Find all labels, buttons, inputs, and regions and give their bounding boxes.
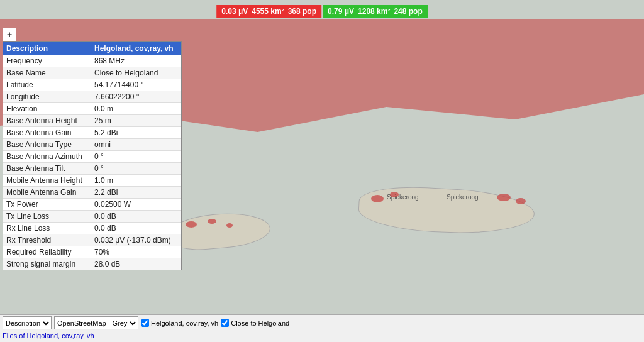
red-patch-2 — [208, 219, 216, 224]
row-value: 0 ° — [91, 151, 181, 162]
red-patch-7 — [516, 198, 526, 204]
row-value: 1.0 m — [91, 175, 181, 186]
row-label: Mobile Antenna Height — [3, 175, 91, 186]
row-label: Base Antenna Tilt — [3, 163, 91, 174]
checkbox-group-2: Close to Helgoland — [221, 319, 289, 327]
row-value: Close to Helgoland — [91, 67, 181, 79]
row-value: 0 ° — [91, 163, 181, 174]
description-dropdown[interactable]: Description — [3, 316, 52, 330]
table-row: Base Antenna Tilt0 ° — [3, 162, 181, 174]
table-row: Latitude54.17714400 ° — [3, 79, 181, 91]
row-value: 70% — [91, 246, 181, 258]
bottom-bar: Description OpenStreetMap - Grey Helgola… — [0, 314, 644, 331]
stats-bar: 0.03 μV 4555 km² 368 pop 0.79 μV 1208 km… — [216, 5, 428, 18]
row-label: Base Antenna Gain — [3, 127, 91, 138]
row-label: Required Reliability — [3, 246, 91, 258]
checkbox-close[interactable] — [221, 319, 229, 327]
row-value: 0.0 dB — [91, 211, 181, 222]
stat-red-area: 4555 km² — [252, 7, 284, 16]
zoom-in-button[interactable]: + — [3, 28, 16, 41]
table-row: Mobile Antenna Gain2.2 dBi — [3, 186, 181, 198]
table-row: Mobile Antenna Height1.0 m — [3, 174, 181, 186]
row-value: 868 MHz — [91, 55, 181, 67]
row-value: 0.0 m — [91, 103, 181, 114]
table-row: Base NameClose to Helgoland — [3, 67, 181, 79]
table-row: Base Antenna Height25 m — [3, 114, 181, 126]
table-row: Tx Power0.02500 W — [3, 198, 181, 210]
row-label: Mobile Antenna Gain — [3, 187, 91, 198]
stat-red-pop: 368 pop — [288, 7, 316, 16]
panel-header: Description Helgoland, cov,ray, vh — [3, 42, 181, 55]
table-row: Base Antenna Typeomni — [3, 138, 181, 150]
row-label: Rx Threshold — [3, 234, 91, 246]
red-patch-6 — [497, 194, 511, 201]
table-row: Longitude7.66022200 ° — [3, 91, 181, 102]
red-patch-4 — [371, 195, 384, 202]
table-row: Base Antenna Gain5.2 dBi — [3, 126, 181, 138]
stat-green-pop: 248 pop — [394, 7, 422, 16]
row-value: 25 m — [91, 115, 181, 126]
row-label: Tx Line Loss — [3, 211, 91, 222]
red-patch-5 — [390, 192, 399, 197]
row-value: 0.0 dB — [91, 223, 181, 234]
checkbox-helgoland-label: Helgoland, cov,ray, vh — [151, 319, 218, 327]
footer-link[interactable]: Files of Helgoland, cov,ray, vh — [0, 329, 644, 342]
stat-green: 0.79 μV 1208 km² 248 pop — [323, 5, 428, 18]
table-row: Tx Line Loss0.0 dB — [3, 210, 181, 222]
checkbox-close-label: Close to Helgoland — [231, 319, 289, 327]
row-label: Frequency — [3, 55, 91, 67]
table-row: Rx Threshold0.032 μV (-137.0 dBm) — [3, 234, 181, 246]
table-row: Elevation0.0 m — [3, 102, 181, 114]
row-value: 7.66022200 ° — [91, 91, 181, 102]
stat-red-signal: 0.03 μV — [221, 7, 248, 16]
row-label: Base Antenna Height — [3, 115, 91, 126]
red-patch-1 — [186, 221, 197, 228]
row-value: 54.17714400 ° — [91, 79, 181, 91]
row-label: Strong signal margin — [3, 258, 91, 270]
table-row: Base Antenna Azimuth0 ° — [3, 150, 181, 162]
table-row: Rx Line Loss0.0 dB — [3, 222, 181, 234]
checkbox-helgoland[interactable] — [141, 319, 149, 327]
row-value: 5.2 dBi — [91, 127, 181, 138]
checkbox-group-1: Helgoland, cov,ray, vh — [141, 319, 218, 327]
row-label: Elevation — [3, 103, 91, 114]
table-row: Required Reliability70% — [3, 246, 181, 258]
header-label: Description — [3, 42, 91, 55]
row-label: Tx Power — [3, 199, 91, 210]
row-label: Base Antenna Type — [3, 139, 91, 150]
table-row: Frequency868 MHz — [3, 55, 181, 67]
island-label-right: Spiekeroog — [447, 194, 479, 201]
row-label: Latitude — [3, 79, 91, 91]
header-value: Helgoland, cov,ray, vh — [91, 42, 181, 55]
row-label: Base Antenna Azimuth — [3, 151, 91, 162]
row-value: 28.0 dB — [91, 258, 181, 270]
row-label: Rx Line Loss — [3, 223, 91, 234]
stat-green-area: 1208 km² — [358, 7, 390, 16]
table-row: Strong signal margin28.0 dB — [3, 258, 181, 270]
info-rows: Frequency868 MHzBase NameClose to Helgol… — [3, 55, 181, 270]
row-value: 0.032 μV (-137.0 dBm) — [91, 234, 181, 246]
stat-green-signal: 0.79 μV — [328, 7, 354, 16]
row-value: omni — [91, 139, 181, 150]
red-patch-3 — [226, 223, 233, 228]
row-value: 2.2 dBi — [91, 187, 181, 198]
map-layer-dropdown[interactable]: OpenStreetMap - Grey — [54, 316, 138, 330]
info-panel: Description Helgoland, cov,ray, vh Frequ… — [3, 41, 182, 270]
stat-red: 0.03 μV 4555 km² 368 pop — [216, 5, 321, 18]
row-label: Longitude — [3, 91, 91, 102]
row-value: 0.02500 W — [91, 199, 181, 210]
row-label: Base Name — [3, 67, 91, 79]
